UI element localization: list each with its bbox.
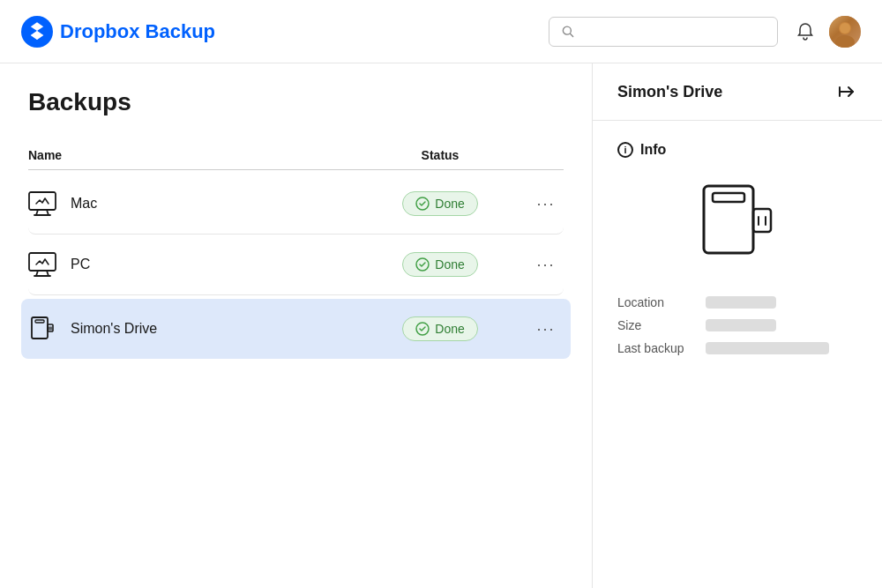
table-row[interactable]: PC Done ··· [28,234,564,295]
detail-title: Simon's Drive [617,83,722,101]
status-col-pc: Done [352,252,528,277]
logo-area: Dropbox Backup [21,16,549,48]
table-row[interactable]: Simon's Drive Done ··· [21,299,571,359]
check-circle-icon [415,257,430,272]
svg-rect-6 [29,192,56,210]
monitor-icon [28,250,56,279]
search-input[interactable] [581,25,765,39]
monitor-icon [28,190,56,218]
detail-header: Simon's Drive [593,63,882,121]
status-badge-simons-drive: Done [402,316,477,341]
dropbox-logo-icon [21,16,53,48]
col-header-actions [528,148,564,162]
detail-body: i Info Location [593,121,882,376]
more-options-button-simons-drive[interactable]: ··· [528,316,564,342]
info-value-last-backup [706,342,829,354]
info-label-location: Location [617,295,684,309]
table-header: Name Status [28,141,564,170]
app-header: Dropbox Backup [0,0,882,63]
row-name-mac: Mac [28,190,352,218]
info-table: Location Size Last backup [617,295,857,355]
svg-point-5 [840,23,850,33]
more-options-button-mac[interactable]: ··· [528,191,564,217]
drive-illustration [617,179,857,267]
page-title: Backups [28,88,564,116]
main-layout: Backups Name Status Mac [0,63,882,588]
more-options-button-pc[interactable]: ··· [528,252,564,278]
svg-rect-26 [753,209,771,232]
info-value-location [706,296,776,309]
table-row[interactable]: Mac Done ··· [28,174,564,234]
row-name-label-pc: PC [71,257,90,272]
status-col-mac: Done [352,191,528,216]
backups-panel: Backups Name Status Mac [0,63,593,588]
status-badge-mac: Done [402,191,477,216]
svg-rect-25 [713,193,744,202]
header-actions [796,16,861,48]
external-drive-icon [28,315,56,343]
search-bar[interactable] [549,17,778,47]
info-value-size [706,319,776,331]
logo-text: Dropbox Backup [60,20,215,43]
info-icon: i [617,142,633,158]
notification-bell-button[interactable] [796,22,815,41]
info-label-size: Size [617,318,684,332]
check-circle-icon [415,322,430,336]
svg-rect-24 [704,186,753,253]
row-name-simons-drive: Simon's Drive [28,315,352,343]
svg-rect-11 [29,253,56,271]
detail-panel: Simon's Drive i Info [593,63,882,588]
row-name-pc: PC [28,250,352,279]
col-header-status: Status [352,148,528,162]
svg-point-4 [835,35,855,48]
row-name-label-mac: Mac [71,196,97,212]
user-avatar[interactable] [829,16,861,48]
col-header-name: Name [28,148,352,162]
search-icon [562,25,574,39]
svg-line-2 [570,33,572,36]
check-circle-icon [415,197,430,211]
svg-rect-18 [48,324,53,331]
status-badge-pc: Done [402,252,477,277]
open-detail-button[interactable] [836,81,857,102]
status-col-simons-drive: Done [352,316,528,341]
info-label-last-backup: Last backup [617,341,684,355]
info-section-title: i Info [617,142,857,158]
svg-rect-17 [35,320,44,323]
row-name-label-simons-drive: Simon's Drive [71,321,157,337]
